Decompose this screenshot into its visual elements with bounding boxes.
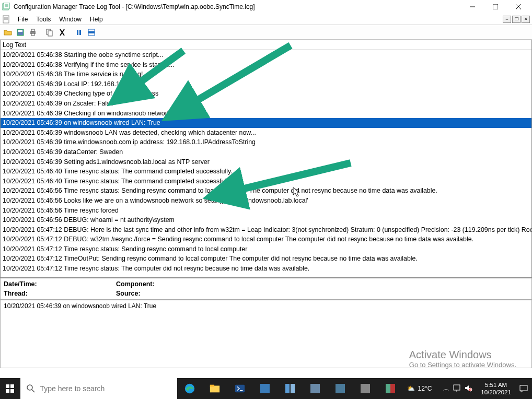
tray-chevron-icon[interactable]: ︿ bbox=[443, 384, 449, 393]
menu-file[interactable]: File bbox=[14, 15, 32, 24]
copy-button[interactable] bbox=[44, 27, 55, 38]
log-row[interactable]: 10/20/2021 05:46:40 Time resync status: … bbox=[1, 177, 531, 186]
svg-rect-38 bbox=[285, 384, 290, 393]
log-body[interactable]: 10/20/2021 05:46:38 Starting the oobe sy… bbox=[1, 50, 531, 278]
app5-icon[interactable] bbox=[353, 378, 378, 399]
log-row[interactable]: 10/20/2021 05:46:56 Time resync forced bbox=[1, 206, 531, 216]
app-icon bbox=[2, 3, 10, 11]
log-row[interactable]: 10/20/2021 05:46:40 Time resync status: … bbox=[1, 167, 531, 177]
svg-rect-30 bbox=[10, 389, 14, 393]
clock-time: 5:51 AM bbox=[481, 381, 511, 389]
taskbar-apps bbox=[177, 378, 403, 399]
find-button[interactable] bbox=[56, 27, 68, 38]
clock-date: 10/20/2021 bbox=[481, 389, 511, 396]
svg-rect-34 bbox=[210, 386, 219, 393]
app4-icon[interactable] bbox=[328, 378, 353, 399]
details-panel: Date/Time: Component: Thread: Source: bbox=[0, 278, 532, 300]
log-row[interactable]: 10/20/2021 05:47:12 TimeOutPut: Sending … bbox=[1, 254, 531, 264]
svg-rect-27 bbox=[6, 384, 9, 388]
svg-rect-16 bbox=[31, 29, 34, 31]
weather-text[interactable]: 12°C bbox=[418, 385, 432, 392]
search-input[interactable] bbox=[40, 384, 171, 393]
window-title: Configuration Manager Trace Log Tool - [… bbox=[14, 3, 461, 10]
volume-icon[interactable]: ✕ bbox=[464, 384, 472, 394]
window-controls bbox=[461, 1, 530, 13]
doc-icon bbox=[2, 15, 10, 24]
app2-icon[interactable] bbox=[277, 378, 303, 399]
weather-icon[interactable]: ⛅ bbox=[407, 385, 415, 392]
highlight-button[interactable] bbox=[86, 27, 97, 38]
log-row[interactable]: 10/20/2021 05:46:39 on Zscaler: False bbox=[1, 99, 531, 109]
explorer-icon[interactable] bbox=[202, 378, 227, 399]
taskbar: ⛅ 12°C ︿ ✕ 5:51 AM 10/20/2021 bbox=[0, 378, 532, 399]
log-row[interactable]: 10/20/2021 05:46:39 dataCenter: Sweden bbox=[1, 147, 531, 157]
svg-rect-21 bbox=[79, 30, 81, 35]
mdi-minimize-button[interactable]: – bbox=[503, 16, 511, 23]
log-row[interactable]: 10/20/2021 05:46:39 windowsnoob LAN was … bbox=[1, 128, 531, 138]
menu-window[interactable]: Window bbox=[55, 15, 86, 24]
svg-rect-1 bbox=[4, 3, 9, 9]
save-button[interactable] bbox=[15, 27, 26, 38]
svg-line-32 bbox=[32, 390, 34, 392]
svg-rect-23 bbox=[88, 31, 95, 33]
app1-icon[interactable] bbox=[252, 378, 277, 399]
action-center-button[interactable] bbox=[515, 384, 532, 393]
datetime-label: Date/Time: bbox=[4, 280, 37, 288]
log-row[interactable]: 10/20/2021 05:47:12 DEBUG: Here is the l… bbox=[1, 225, 531, 235]
pause-button[interactable] bbox=[73, 27, 85, 38]
taskbar-clock[interactable]: 5:51 AM 10/20/2021 bbox=[477, 381, 515, 396]
svg-rect-14 bbox=[18, 30, 22, 32]
thread-label: Thread: bbox=[4, 290, 28, 297]
svg-rect-35 bbox=[210, 385, 214, 387]
app3-icon[interactable] bbox=[303, 378, 328, 399]
log-row[interactable]: 10/20/2021 05:46:56 Time resync status: … bbox=[1, 186, 531, 196]
system-tray: ⛅ 12°C ︿ ✕ bbox=[403, 384, 477, 394]
log-row[interactable]: 10/20/2021 05:46:38 Starting the oobe sy… bbox=[1, 50, 531, 60]
open-button[interactable] bbox=[2, 27, 14, 38]
print-button[interactable] bbox=[27, 27, 39, 38]
mdi-close-button[interactable]: ✕ bbox=[522, 16, 530, 23]
cmtrace-icon[interactable] bbox=[378, 378, 403, 399]
svg-rect-42 bbox=[361, 384, 370, 393]
svg-rect-29 bbox=[6, 389, 9, 393]
log-row[interactable]: 10/20/2021 05:46:38 The time service is … bbox=[1, 69, 531, 79]
component-label: Component: bbox=[116, 280, 155, 288]
log-row[interactable]: 10/20/2021 05:46:39 time.windowsnoob.com… bbox=[1, 137, 531, 147]
menu-tools[interactable]: Tools bbox=[32, 15, 55, 24]
start-button[interactable] bbox=[0, 378, 20, 399]
log-row[interactable]: 10/20/2021 05:46:39 Setting ads1.windows… bbox=[1, 157, 531, 167]
powershell-icon[interactable] bbox=[227, 378, 252, 399]
svg-rect-37 bbox=[260, 384, 270, 393]
log-row[interactable]: 10/20/2021 05:47:12 Time resync status: … bbox=[1, 244, 531, 254]
log-row[interactable]: 10/20/2021 05:46:39 Checking type of net… bbox=[1, 89, 531, 99]
log-header[interactable]: Log Text bbox=[1, 40, 531, 50]
svg-rect-6 bbox=[493, 4, 498, 9]
detail-text: 10/20/2021 05:46:39 on windowsnoob wired… bbox=[4, 302, 156, 310]
svg-rect-19 bbox=[48, 31, 52, 36]
svg-rect-17 bbox=[31, 33, 34, 36]
log-row[interactable]: 10/20/2021 05:46:39 Checking if on windo… bbox=[1, 109, 531, 119]
log-row[interactable]: 10/20/2021 05:47:12 DEBUG: w32tm /resync… bbox=[1, 234, 531, 244]
taskbar-search[interactable] bbox=[20, 378, 177, 399]
toolbar bbox=[0, 25, 532, 40]
log-row[interactable]: 10/20/2021 05:46:39 Local IP: 192.168.10… bbox=[1, 79, 531, 89]
maximize-button[interactable] bbox=[484, 1, 507, 13]
detail-text-panel[interactable]: 10/20/2021 05:46:39 on windowsnoob wired… bbox=[0, 300, 532, 368]
log-row[interactable]: 10/20/2021 05:46:56 DEBUG: whoami = nt a… bbox=[1, 215, 531, 225]
mdi-restore-button[interactable]: ❐ bbox=[512, 16, 521, 23]
svg-rect-49 bbox=[520, 385, 527, 391]
network-icon[interactable] bbox=[453, 384, 461, 394]
svg-rect-45 bbox=[454, 385, 460, 390]
svg-rect-28 bbox=[10, 384, 14, 388]
minimize-button[interactable] bbox=[461, 1, 484, 13]
log-row[interactable]: 10/20/2021 05:46:39 on windowsnoob wired… bbox=[1, 118, 531, 128]
edge-icon[interactable] bbox=[177, 378, 202, 399]
log-row[interactable]: 10/20/2021 05:46:38 Verifying if the tim… bbox=[1, 60, 531, 70]
menu-help[interactable]: Help bbox=[86, 15, 107, 24]
source-label: Source: bbox=[116, 290, 141, 297]
search-icon bbox=[27, 384, 35, 393]
log-row[interactable]: 10/20/2021 05:47:12 Time resync status: … bbox=[1, 264, 531, 274]
log-row[interactable]: 10/20/2021 05:46:56 Looks like we are on… bbox=[1, 196, 531, 206]
menubar: FileToolsWindowHelp – ❐ ✕ bbox=[0, 14, 532, 25]
close-button[interactable] bbox=[507, 1, 530, 13]
